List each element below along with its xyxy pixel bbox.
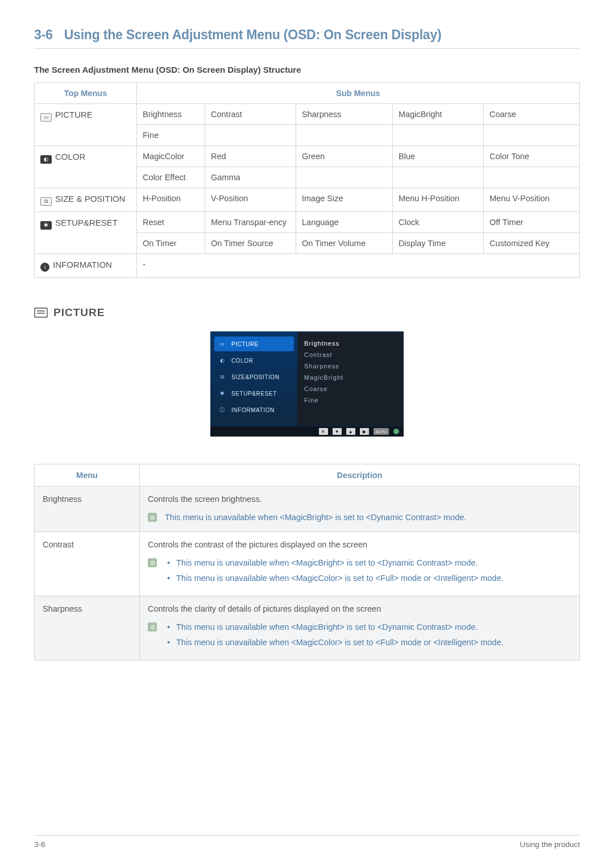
- osd-down-icon: ▼: [333, 428, 342, 435]
- cell: On Timer Source: [205, 233, 296, 254]
- topmenu-setup: ✱SETUP&RESET: [35, 212, 137, 254]
- osd-up-icon: ▲: [346, 428, 355, 435]
- osd-right-item: Contrast: [304, 349, 396, 360]
- desc-cell: Controls the screen brightness. ⊘ This m…: [140, 487, 580, 532]
- cell: Fine: [137, 125, 205, 146]
- cell: Green: [296, 146, 393, 167]
- cell: Menu V-Position: [484, 188, 580, 212]
- cell: Sharpness: [296, 104, 393, 125]
- note-list: This menu is unavailable when <MagicBrig…: [165, 621, 503, 652]
- osd-left-item: ◐COLOR: [214, 353, 294, 368]
- cell: On Timer Volume: [296, 233, 393, 254]
- note-item: This menu is unavailable when <MagicColo…: [165, 637, 503, 649]
- note-icon: ⊘: [148, 558, 157, 567]
- cell: [484, 125, 580, 146]
- desc-cell: Controls the clarity of details of pictu…: [140, 596, 580, 661]
- table-row: Contrast Controls the contrast of the pi…: [35, 532, 580, 596]
- picture-section-label: PICTURE: [53, 306, 105, 319]
- desc-intro: Controls the clarity of details of pictu…: [148, 604, 571, 613]
- osd-left-label: INFORMATION: [231, 407, 275, 413]
- section-heading-picture: PICTURE: [34, 306, 580, 319]
- osd-enter-icon: ▶: [360, 428, 369, 435]
- footer-left: 3-6: [34, 840, 45, 849]
- note-row: ⊘ This menu is unavailable when <MagicBr…: [148, 621, 571, 652]
- topmenu-color-label: COLOR: [55, 152, 85, 161]
- osd-right-item: Coarse: [304, 383, 396, 394]
- page-title: 3-6Using the Screen Adjustment Menu (OSD…: [34, 27, 580, 43]
- cell: MagicColor: [137, 146, 205, 167]
- topmenu-size: ⧉SIZE & POSITION: [35, 188, 137, 212]
- osd-close-icon: ✕: [319, 428, 328, 435]
- chapter-number: 3-6: [34, 27, 53, 42]
- topmenu-size-label: SIZE & POSITION: [55, 194, 125, 203]
- title-text: Using the Screen Adjustment Menu (OSD: O…: [64, 27, 442, 42]
- cell: H-Position: [137, 188, 205, 212]
- cell: Red: [205, 146, 296, 167]
- note-item: This menu is unavailable when <MagicBrig…: [165, 621, 503, 633]
- note-item: This menu is unavailable when <MagicColo…: [165, 572, 503, 584]
- topmenu-info: iINFORMATION: [35, 254, 137, 278]
- osd-info-icon: ⓘ: [218, 406, 227, 413]
- note-row: ⊘ This menu is unavailable when <MagicBr…: [148, 512, 571, 524]
- osd-left-menu: ▭PICTURE ◐COLOR ⧉SIZE&POSITION ✱SETUP&RE…: [211, 332, 297, 426]
- cell: Image Size: [296, 188, 393, 212]
- info-icon: i: [40, 263, 49, 272]
- osd: ▭PICTURE ◐COLOR ⧉SIZE&POSITION ✱SETUP&RE…: [210, 331, 404, 437]
- note-list: This menu is unavailable when <MagicBrig…: [165, 557, 503, 588]
- cell: Reset: [137, 212, 205, 233]
- cell: [296, 167, 393, 188]
- desc-menu: Sharpness: [35, 596, 140, 661]
- osd-right-menu: Brightness Contrast Sharpness MagicBrigh…: [297, 332, 403, 426]
- topmenu-color: ◐COLOR: [35, 146, 137, 188]
- page-title-wrap: 3-6Using the Screen Adjustment Menu (OSD…: [34, 27, 580, 49]
- osd-left-label: COLOR: [231, 358, 254, 364]
- cell: [296, 125, 393, 146]
- cell: Menu Transpar-ency: [205, 212, 296, 233]
- osd-right-item: Fine: [304, 394, 396, 406]
- osd-left-item: ⧉SIZE&POSITION: [214, 369, 294, 384]
- cell: Display Time: [393, 233, 484, 254]
- cell: Clock: [393, 212, 484, 233]
- cell: Contrast: [205, 104, 296, 125]
- osd-left-label: SETUP&RESET: [231, 391, 277, 397]
- cell: V-Position: [205, 188, 296, 212]
- desc-menu: Contrast: [35, 532, 140, 596]
- cell: [393, 167, 484, 188]
- topmenu-info-label: INFORMATION: [53, 260, 112, 269]
- table-row: Sharpness Controls the clarity of detail…: [35, 596, 580, 661]
- structure-table: Top Menus Sub Menus ▭PICTURE Brightness …: [34, 82, 580, 278]
- cell: Color Tone: [484, 146, 580, 167]
- cell: Gamma: [205, 167, 296, 188]
- osd-footer: ✕ ▼ ▲ ▶ AUTO: [210, 426, 404, 437]
- osd-screenshot: ▭PICTURE ◐COLOR ⧉SIZE&POSITION ✱SETUP&RE…: [34, 331, 580, 437]
- topmenu-picture-label: PICTURE: [55, 110, 93, 119]
- cell: -: [137, 254, 580, 278]
- desc-th-menu: Menu: [35, 464, 140, 487]
- picture-section-icon: [34, 308, 48, 318]
- osd-setup-icon: ✱: [218, 390, 227, 397]
- size-icon: ⧉: [40, 197, 52, 206]
- cell: Coarse: [484, 104, 580, 125]
- color-icon: ◐: [40, 155, 52, 164]
- osd-color-icon: ◐: [218, 357, 227, 364]
- osd-picture-icon: ▭: [218, 340, 227, 347]
- cell: [205, 125, 296, 146]
- cell: On Timer: [137, 233, 205, 254]
- osd-left-label: PICTURE: [231, 341, 259, 347]
- cell: Off Timer: [484, 212, 580, 233]
- topmenu-setup-label: SETUP&RESET: [55, 218, 118, 227]
- page-footer: 3-6 Using the product: [34, 835, 580, 849]
- note-icon: ⊘: [148, 622, 157, 632]
- setup-icon: ✱: [40, 221, 52, 230]
- osd-auto-button: AUTO: [374, 428, 389, 435]
- osd-left-item: ✱SETUP&RESET: [214, 386, 294, 401]
- cell: MagicBright: [393, 104, 484, 125]
- desc-intro: Controls the screen brightness.: [148, 495, 571, 504]
- desc-menu: Brightness: [35, 487, 140, 532]
- cell: [484, 167, 580, 188]
- note-item: This menu is unavailable when <MagicBrig…: [165, 557, 503, 569]
- cell: Customized Key: [484, 233, 580, 254]
- desc-intro: Controls the contrast of the pictures di…: [148, 540, 571, 549]
- desc-cell: Controls the contrast of the pictures di…: [140, 532, 580, 596]
- table-row: Brightness Controls the screen brightnes…: [35, 487, 580, 532]
